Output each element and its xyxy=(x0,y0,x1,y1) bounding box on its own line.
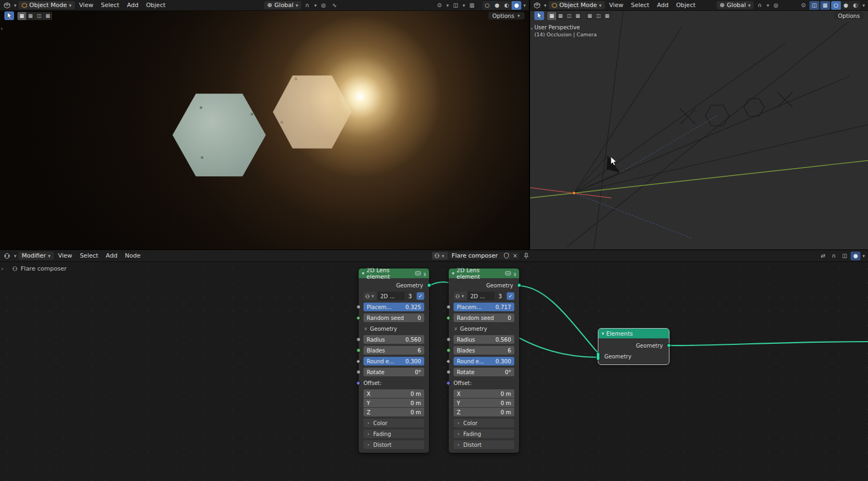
geometry-output-socket[interactable] xyxy=(517,283,521,287)
node-canvas[interactable]: › Flare composer ▾ 2D Lens element 3 xyxy=(0,262,868,481)
overlays-chevron-icon[interactable]: ▾ xyxy=(861,253,866,259)
falloff-curve-icon[interactable]: ∿ xyxy=(329,1,339,10)
overlays-chevron-icon[interactable]: ▾ xyxy=(462,3,466,8)
blades-input-socket[interactable] xyxy=(356,348,361,352)
offset-z-field[interactable]: Z 0 m xyxy=(454,408,514,416)
options-button[interactable]: Options xyxy=(834,12,864,20)
realtime-preview-icon[interactable]: ● xyxy=(851,252,860,260)
unlink-close-icon[interactable]: × xyxy=(511,252,520,260)
offset-y-field[interactable]: Y 0 m xyxy=(454,399,514,407)
select-mode-3-icon[interactable]: ◫ xyxy=(565,12,573,20)
rotate-input-socket[interactable] xyxy=(356,370,361,374)
snap-options-chevron-icon[interactable]: ▾ xyxy=(313,3,317,8)
geometry-multi-input-socket[interactable] xyxy=(596,352,600,361)
menu-add[interactable]: Add xyxy=(124,1,142,9)
radius-field[interactable]: Radius 0.560 xyxy=(363,335,424,344)
shading-wireframe-icon[interactable]: ○ xyxy=(482,1,492,10)
menu-view[interactable]: View xyxy=(606,1,627,9)
panel-distort[interactable]: › Distort xyxy=(454,440,514,449)
fake-user-shield-icon[interactable] xyxy=(502,252,511,260)
node-header[interactable]: ▾ Elements xyxy=(598,329,669,338)
active-tool-select-icon[interactable] xyxy=(534,11,544,20)
select-mode-2-icon[interactable]: ▦ xyxy=(26,12,35,20)
editor-type-chevron-icon[interactable]: ▾ xyxy=(13,3,17,8)
rotate-field[interactable]: Rotate 0° xyxy=(363,368,424,376)
toolbar-expand-arrow[interactable]: › xyxy=(1,25,3,32)
menu-object[interactable]: Object xyxy=(143,1,169,9)
offset-y-field[interactable]: Y 0 m xyxy=(363,399,424,407)
blades-field[interactable]: Blades 6 xyxy=(454,346,514,355)
snap-target-1-icon[interactable]: ▦ xyxy=(585,12,594,20)
overlays-toggle-icon[interactable]: ◫ xyxy=(451,1,461,10)
node-header[interactable]: ▾ 2D Lens element 3 xyxy=(449,268,519,278)
shading-material-icon[interactable]: ◐ xyxy=(851,1,860,10)
radius-field[interactable]: Radius 0.560 xyxy=(454,335,514,344)
shading-material-icon[interactable]: ◐ xyxy=(502,1,512,10)
gizmo-chevron-icon[interactable]: ▾ xyxy=(445,3,450,8)
pin-icon[interactable] xyxy=(521,252,531,260)
radius-input-socket[interactable] xyxy=(356,337,361,342)
panel-color[interactable]: › Color xyxy=(454,419,514,427)
editor-type-chevron-icon[interactable]: ▾ xyxy=(13,253,17,259)
menu-select[interactable]: Select xyxy=(76,252,101,260)
active-tool-select-icon[interactable] xyxy=(4,11,14,20)
menu-node[interactable]: Node xyxy=(122,252,144,260)
menu-add[interactable]: Add xyxy=(654,1,672,9)
overlays-toggle-icon[interactable]: ◫ xyxy=(809,1,819,10)
orientation-dropdown[interactable]: ⊕ Global ▾ xyxy=(717,1,754,9)
snapping-icon[interactable]: ∩ xyxy=(829,252,839,260)
random-seed-field[interactable]: Random seed 0 xyxy=(363,313,424,322)
snap-magnet-icon[interactable]: ∩ xyxy=(755,1,764,10)
collapse-chevron-icon[interactable]: ▾ xyxy=(452,271,455,276)
datablock-name[interactable]: 2D ... xyxy=(378,292,405,300)
datablock-user-count[interactable]: 3 xyxy=(496,292,505,300)
panel-distort[interactable]: › Distort xyxy=(363,440,424,449)
enabled-checkbox[interactable]: ✓ xyxy=(507,292,514,300)
options-button[interactable]: Options ▾ xyxy=(488,12,525,20)
overlays-icon[interactable]: ◫ xyxy=(840,252,850,260)
collapse-chevron-icon[interactable]: ▾ xyxy=(362,271,365,276)
sidebar-expand-arrow[interactable]: › xyxy=(1,265,3,272)
snap-target-3-icon[interactable]: ▦ xyxy=(603,12,611,20)
collapse-chevron-icon[interactable]: ▾ xyxy=(602,331,604,336)
select-mode-2-icon[interactable]: ▦ xyxy=(556,12,565,20)
proportional-editing-icon[interactable]: ◎ xyxy=(318,1,328,10)
roundness-slider[interactable]: Round e... 0.300 xyxy=(454,357,514,365)
select-mode-1-icon[interactable]: ▦ xyxy=(17,12,26,20)
node-2d-lens-element-1[interactable]: ▾ 2D Lens element 3 Geometry ▾ xyxy=(359,268,429,453)
mode-dropdown[interactable]: Object Mode ▾ xyxy=(548,1,605,9)
geometry-output-socket[interactable] xyxy=(427,283,431,287)
menu-view[interactable]: View xyxy=(55,252,75,260)
editor-type-icon[interactable] xyxy=(532,1,542,10)
mode-dropdown[interactable]: Object Mode ▾ xyxy=(18,1,75,9)
datablock-user-count[interactable]: 3 xyxy=(406,292,414,300)
datablock-name[interactable]: 2D ... xyxy=(468,292,495,300)
snap-target-2-icon[interactable]: ◫ xyxy=(594,12,603,20)
roundness-slider[interactable]: Round e... 0.300 xyxy=(363,357,424,365)
shading-solid-icon[interactable]: ● xyxy=(492,1,502,10)
toolbar-expand-arrow[interactable]: ‹ xyxy=(531,25,533,32)
select-mode-1-icon[interactable]: ▦ xyxy=(547,12,556,20)
rendered-camera-view[interactable] xyxy=(0,11,529,249)
select-mode-4-icon[interactable]: ▦ xyxy=(43,12,52,20)
menu-object[interactable]: Object xyxy=(673,1,699,9)
random-seed-field[interactable]: Random seed 0 xyxy=(454,313,514,322)
datablock-browse-button[interactable]: ▾ xyxy=(454,292,467,300)
geometry-section-header[interactable]: ∨ Geometry xyxy=(363,324,424,333)
blades-input-socket[interactable] xyxy=(446,348,451,352)
geometry-section-header[interactable]: ∨ Geometry xyxy=(454,324,514,333)
offset-x-field[interactable]: X 0 m xyxy=(363,389,424,398)
browse-node-tree-button[interactable]: ▾ xyxy=(432,252,448,260)
editor-type-icon[interactable] xyxy=(2,252,12,260)
offset-x-field[interactable]: X 0 m xyxy=(454,389,514,398)
snap-magnet-icon[interactable]: ∩ xyxy=(302,1,312,10)
placement-slider[interactable]: Placem... 0.717 xyxy=(454,303,514,311)
gizmo-toggle-icon[interactable]: ⊙ xyxy=(435,1,444,10)
menu-select[interactable]: Select xyxy=(628,1,653,9)
rotate-input-socket[interactable] xyxy=(446,370,451,374)
radius-input-socket[interactable] xyxy=(446,337,451,342)
snap-options-chevron-icon[interactable]: ▾ xyxy=(765,3,770,8)
rotate-field[interactable]: Rotate 0° xyxy=(454,368,514,376)
placement-slider[interactable]: Placem... 0.325 xyxy=(363,303,424,311)
offset-z-field[interactable]: Z 0 m xyxy=(363,408,424,416)
